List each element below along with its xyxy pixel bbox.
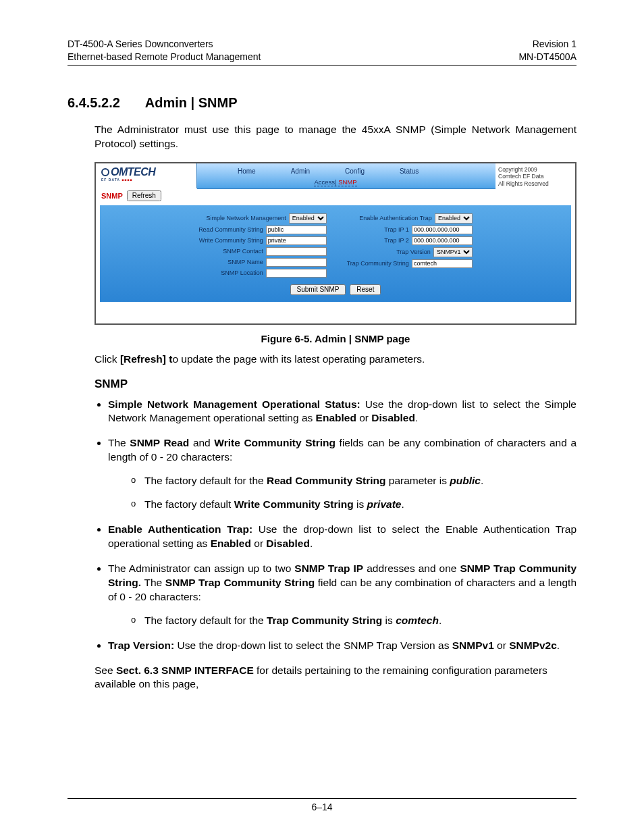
snmp-contact-input[interactable] [266,247,327,256]
globe-icon [101,168,109,176]
intro-paragraph: The Administrator must use this page to … [95,123,576,151]
right-column: Enable Authentication Trap Enabled Trap … [347,213,473,278]
nav-config[interactable]: Config [345,167,365,175]
bullet-2-sub-2: The factory default Write Community Stri… [131,498,576,512]
trap-ip2-input[interactable] [412,236,473,245]
write-comm-input[interactable] [266,236,327,245]
figure-caption: Figure 6-5. Admin | SNMP page [95,333,576,344]
trap-version-label: Trap Version [396,249,431,255]
snm-label: Simple Network Management [207,215,286,221]
snmp-subheading: SNMP [95,377,576,391]
trap-comm-input[interactable] [412,259,473,268]
section-heading: 6.4.5.2.2 Admin | SNMP [68,95,576,111]
submit-snmp-button[interactable]: Submit SNMP [290,284,346,295]
trap-comm-label: Trap Community String [347,260,409,267]
header-right-line1: Revision 1 [533,38,576,49]
refresh-button[interactable]: Refresh [127,190,161,201]
read-comm-label: Read Community String [198,226,263,233]
snmp-location-input[interactable] [266,269,327,278]
snmp-label: SNMP [101,192,123,200]
auth-trap-select[interactable]: Enabled [435,213,473,224]
nav-admin[interactable]: Admin [291,167,310,175]
bullet-1: Simple Network Management Operational St… [108,398,576,426]
sub-nav[interactable]: Access| SNMP [314,178,356,186]
snmp-location-label: SNMP Location [221,269,263,276]
trap-ip1-input[interactable] [412,226,473,234]
auth-trap-label: Enable Authentication Trap [359,215,432,221]
snmp-contact-label: SNMP Contact [223,248,263,255]
header-left-line2: Ethernet-based Remote Product Management [68,51,261,62]
bullet-3: Enable Authentication Trap: Use the drop… [108,523,576,551]
snmp-name-label: SNMP Name [227,259,263,265]
closing-paragraph: See Sect. 6.3 SNMP INTERFACE for details… [95,664,576,692]
bullet-2: The SNMP Read and Write Community String… [108,436,576,512]
copyright-block: Copyright 2009 Comtech EF Data All Right… [495,163,575,188]
page-number: 6–14 [68,798,576,812]
page-header: DT-4500-A Series Downconverters Ethernet… [68,38,576,66]
snm-select[interactable]: Enabled [289,213,327,224]
header-left-line1: DT-4500-A Series Downconverters [68,38,213,49]
nav-status[interactable]: Status [400,167,419,175]
trap-version-select[interactable]: SNMPv1 [433,247,473,257]
header-right-line2: MN-DT4500A [518,51,576,62]
section-title-text: Admin | SNMP [145,95,238,110]
comtech-logo: OMTECH EF DATA ■■■■ [96,163,197,188]
write-comm-label: Write Community String [199,237,263,244]
reset-button[interactable]: Reset [350,284,381,295]
trap-ip2-label: Trap IP 2 [384,237,409,244]
snmp-name-input[interactable] [266,258,327,267]
read-comm-input[interactable] [266,226,327,234]
left-column: Simple Network Management Enabled Read C… [198,213,327,278]
section-number: 6.4.5.2.2 [68,95,142,111]
bullet-4: The Administrator can assign up to two S… [108,562,576,628]
bullet-5: Trap Version: Use the drop-down list to … [108,639,576,653]
bullet-2-sub-1: The factory default for the Read Communi… [131,474,576,488]
snmp-page-screenshot: OMTECH EF DATA ■■■■ Home Admin Config St… [95,162,576,325]
bullet-4-sub-1: The factory default for the Trap Communi… [131,614,576,628]
click-refresh-paragraph: Click [Refresh] to update the page with … [95,353,576,367]
nav-home[interactable]: Home [238,167,256,175]
bullet-list: Simple Network Management Operational St… [68,398,576,653]
trap-ip1-label: Trap IP 1 [384,226,409,233]
